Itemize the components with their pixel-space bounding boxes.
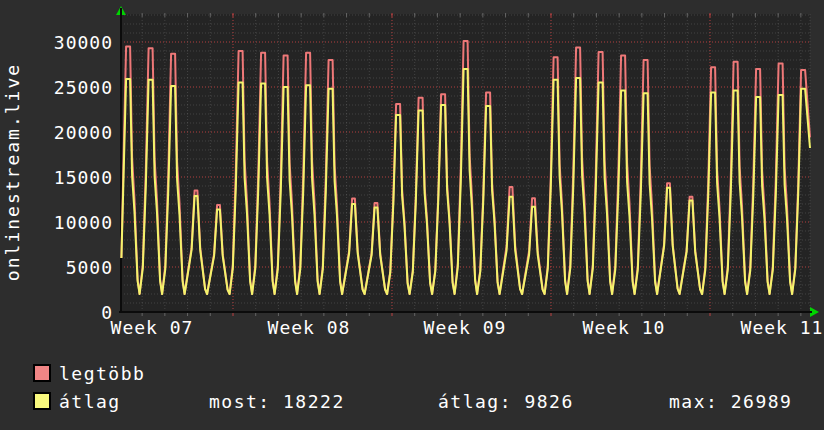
y-tick-label: 10000: [0, 212, 113, 234]
stat-atlag: átlag: 9826: [438, 391, 574, 412]
stat-most-label: most:: [209, 391, 271, 412]
y-tick-label: 15000: [0, 167, 113, 189]
legend-label-max: legtöbb: [59, 363, 145, 384]
y-tick-label: 30000: [0, 32, 113, 54]
y-tick-label: 20000: [0, 122, 113, 144]
stat-most: most: 18222: [209, 391, 345, 412]
x-tick-label: Week 08: [268, 317, 351, 338]
legend-label-avg: átlag: [59, 391, 121, 412]
y-tick-label: 25000: [0, 77, 113, 99]
legend-row-avg: átlag: [33, 391, 121, 413]
stat-max: max: 26989: [669, 391, 792, 412]
x-tick-label: Week 09: [424, 317, 507, 338]
stat-max-label: max:: [669, 391, 718, 412]
legend-swatch-max: [33, 364, 51, 382]
legend-swatch-avg: [33, 392, 51, 410]
stat-most-value: 18222: [283, 391, 345, 412]
graph-window[interactable]: onlinestream.live 0500010000150002000025…: [0, 0, 824, 430]
x-tick-label: Week 11: [741, 317, 824, 338]
x-tick-label: Week 10: [583, 317, 666, 338]
stat-max-value: 26989: [731, 391, 793, 412]
x-tick-label: Week 07: [111, 317, 194, 338]
stat-atlag-label: átlag:: [438, 391, 512, 412]
y-tick-label: 0: [0, 302, 113, 324]
series-line-avg: [121, 69, 810, 294]
y-tick-label: 5000: [0, 257, 113, 279]
stat-atlag-value: 9826: [524, 391, 573, 412]
legend-row-max: legtöbb: [33, 363, 145, 385]
